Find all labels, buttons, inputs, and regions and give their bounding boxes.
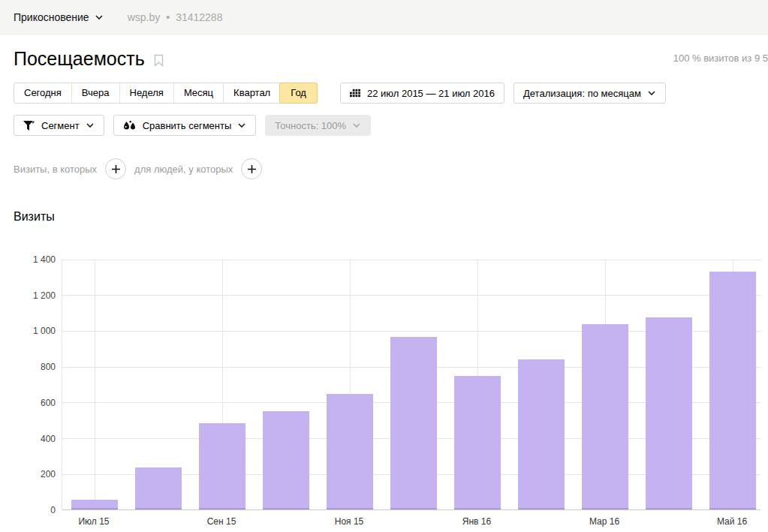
chevron-down-icon — [86, 121, 95, 130]
date-range-label: 22 июл 2015 — 21 июл 2016 — [367, 88, 495, 99]
bar-сен-15[interactable] — [199, 423, 245, 509]
bookmark-icon[interactable] — [154, 54, 164, 67]
calendar-grid-icon — [350, 89, 360, 98]
bar-дек-15[interactable] — [390, 337, 437, 509]
visits-bar-chart: 02004006008001 0001 2001 400Июл 15Сен 15… — [0, 260, 768, 530]
y-axis-tick-label: 1 400 — [33, 254, 56, 265]
chevron-down-icon — [95, 13, 104, 22]
y-axis-tick-label: 1 200 — [33, 290, 56, 301]
chart-title: Визиты — [14, 210, 55, 224]
counter-switcher[interactable]: Прикосновение — [14, 11, 104, 23]
plus-icon — [111, 164, 121, 174]
detail-label: Детализация: по месяцам — [523, 88, 641, 99]
detail-dropdown[interactable]: Детализация: по месяцам — [514, 83, 666, 104]
bar-ноя-15[interactable] — [327, 394, 373, 509]
y-axis-tick-label: 1 000 — [33, 326, 56, 336]
add-visit-filter-button[interactable] — [105, 158, 126, 179]
date-range-button[interactable]: 22 июл 2015 — 21 июл 2016 — [340, 83, 504, 104]
x-axis-tick-label: Сен 15 — [188, 516, 255, 527]
topbar: Прикосновение wsp.by • 31412288 — [0, 0, 768, 35]
y-axis-tick-label: 600 — [41, 398, 56, 408]
y-gridline — [62, 295, 760, 296]
period-tab-1[interactable]: Сегодня — [14, 83, 71, 103]
period-tab-5[interactable]: Квартал — [223, 83, 280, 103]
dot-separator: • — [166, 11, 170, 23]
period-tab-6[interactable]: Год — [279, 83, 318, 104]
people-filter-label: для людей, у которых — [134, 164, 233, 175]
plus-icon — [247, 164, 257, 174]
bar-июл-15[interactable] — [71, 500, 118, 509]
site-domain: wsp.by — [128, 11, 161, 23]
y-axis-tick-label: 800 — [41, 362, 56, 372]
x-gridline — [95, 260, 95, 509]
period-segmented-control: СегодняВчераНеделяМесяцКварталГод — [14, 83, 318, 104]
visits-share-stat: 100 % визитов из 9 5 — [673, 53, 768, 64]
accuracy-dropdown[interactable]: Точность: 100% — [265, 115, 371, 136]
two-drops-icon — [123, 120, 136, 131]
y-gridline — [62, 260, 760, 260]
counter-name: Прикосновение — [14, 11, 89, 23]
plot-area — [62, 260, 760, 510]
compare-segments-button[interactable]: Сравнить сегменты — [113, 115, 257, 136]
x-axis-tick-label: Май 16 — [698, 516, 766, 527]
period-tab-2[interactable]: Вчера — [71, 83, 119, 103]
bar-фев-16[interactable] — [518, 359, 565, 509]
visits-filter-label: Визиты, в которых — [14, 164, 97, 175]
chevron-down-icon — [237, 121, 246, 130]
y-axis-tick-label: 400 — [41, 434, 56, 444]
segment-label: Сегмент — [41, 120, 80, 131]
filter-funnel-icon — [23, 121, 35, 131]
compare-segments-label: Сравнить сегменты — [143, 120, 232, 131]
bar-янв-16[interactable] — [454, 376, 501, 509]
accuracy-label: Точность: 100% — [275, 120, 346, 131]
x-axis-tick-label: Ноя 15 — [315, 516, 383, 527]
period-tab-4[interactable]: Месяц — [173, 83, 223, 103]
x-axis-tick-label: Янв 16 — [443, 516, 510, 527]
x-axis-tick-label: Июл 15 — [60, 516, 128, 527]
bar-апр-16[interactable] — [646, 317, 692, 509]
bar-май-16[interactable] — [709, 272, 756, 509]
segment-button[interactable]: Сегмент — [14, 115, 104, 136]
bar-мар-16[interactable] — [582, 324, 628, 509]
page-title: Посещаемость — [14, 48, 145, 70]
y-axis-tick-label: 200 — [41, 469, 56, 479]
chevron-down-icon — [352, 121, 361, 130]
bar-окт-15[interactable] — [263, 411, 309, 509]
x-axis-tick-label: Мар 16 — [571, 516, 638, 527]
add-people-filter-button[interactable] — [241, 158, 262, 179]
chevron-down-icon — [647, 89, 656, 98]
y-axis-tick-label: 0 — [50, 505, 56, 515]
bar-авг-15[interactable] — [135, 467, 182, 509]
counter-id: 31412288 — [176, 11, 222, 23]
period-tab-3[interactable]: Неделя — [119, 83, 173, 103]
